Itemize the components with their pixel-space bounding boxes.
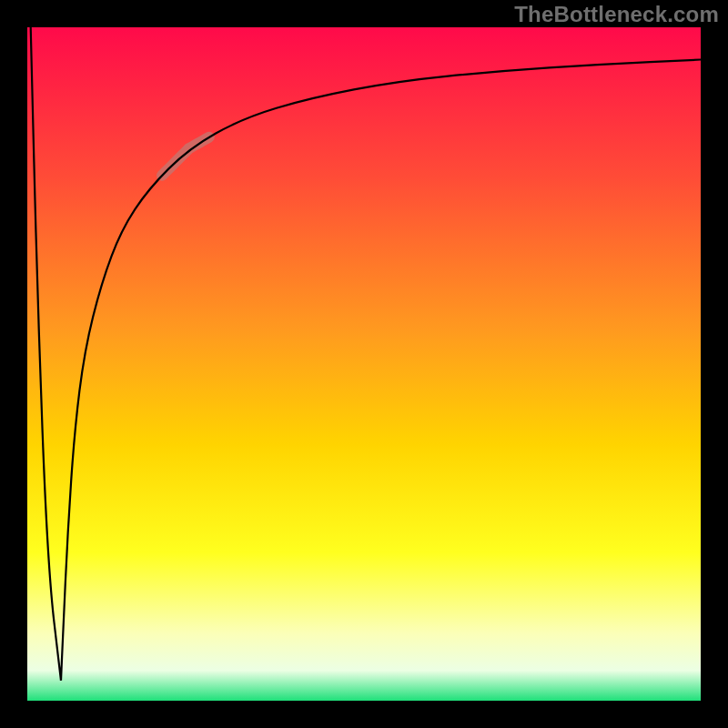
chart-background: [27, 27, 701, 701]
chart-plot-area: [27, 27, 701, 701]
chart-svg: [27, 27, 701, 701]
watermark-text: TheBottleneck.com: [514, 2, 719, 27]
